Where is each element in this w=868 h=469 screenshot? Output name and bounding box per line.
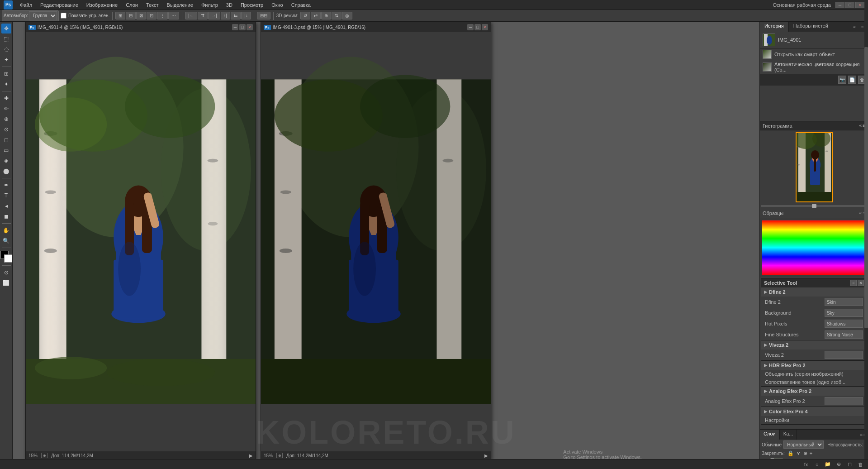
marquee-tool[interactable]: ⬚ xyxy=(1,34,11,44)
doc-canvas-1[interactable] xyxy=(26,32,256,451)
crop-tool[interactable]: ⊞ xyxy=(1,69,11,79)
color-spectrum[interactable] xyxy=(762,220,866,275)
hand-tool[interactable]: ✋ xyxy=(1,225,11,235)
st-section-title-dfine2[interactable]: ▶ Dfine 2 xyxy=(761,287,867,297)
histogram-tab[interactable]: Гистограмма xyxy=(763,123,792,129)
history-item-1[interactable]: Автоматическая цветовая коррекция (Со... xyxy=(760,60,868,74)
st-section-title-analog[interactable]: ▶ Analog Efex Pro 2 xyxy=(761,387,867,396)
menu-help[interactable]: Справка xyxy=(288,1,314,9)
dodge-tool[interactable]: ⬤ xyxy=(1,166,11,176)
background-color[interactable] xyxy=(4,254,12,263)
st-close[interactable]: × xyxy=(858,280,864,286)
history-create-doc[interactable]: 📄 xyxy=(848,76,856,84)
3d-rotate[interactable]: ↺ xyxy=(300,12,310,19)
st-minimize[interactable]: − xyxy=(850,280,857,286)
magic-wand-tool[interactable]: ✦ xyxy=(1,55,11,65)
auto-select-dropdown[interactable]: Группа Слой xyxy=(29,11,57,20)
color-swatches[interactable] xyxy=(0,251,12,263)
st-value-dfine2-1[interactable] xyxy=(825,309,863,317)
st-scrollbar-thumb[interactable] xyxy=(864,278,867,328)
distribute-left[interactable]: |← xyxy=(185,12,197,19)
st-value-dfine2-0[interactable] xyxy=(825,298,863,306)
st-value-dfine2-2[interactable] xyxy=(825,320,863,328)
align-left[interactable]: ⊞ xyxy=(115,12,125,19)
window-minimize[interactable]: ─ xyxy=(835,2,844,8)
st-value-viveza2-0[interactable] xyxy=(825,351,863,359)
distribute-top[interactable]: ↑| xyxy=(221,12,231,19)
auto-arrange[interactable]: ⊞⊟ xyxy=(257,12,270,19)
doc-close-2[interactable]: × xyxy=(482,24,488,30)
lock-move[interactable]: ⛛ xyxy=(796,450,801,456)
align-center-h[interactable]: ⋮ xyxy=(157,12,168,19)
panel-collapse-history[interactable]: « xyxy=(851,23,858,30)
shape-tool[interactable]: ◼ xyxy=(1,211,11,221)
align-center-v[interactable]: ⊟ xyxy=(126,12,136,19)
tab-layers[interactable]: Слои xyxy=(760,430,780,440)
3d-camera[interactable]: ◎ xyxy=(342,12,352,19)
select-path-tool[interactable]: ◂ xyxy=(1,201,11,211)
lasso-tool[interactable]: ◌ xyxy=(1,44,11,54)
bottom-icon-fx[interactable]: fx xyxy=(802,460,810,469)
menu-image[interactable]: Изображение xyxy=(83,1,121,9)
doc-zoom-btn-2[interactable]: ⊕ xyxy=(276,453,283,458)
eraser-tool[interactable]: ◻ xyxy=(1,135,11,145)
bottom-icon-circle[interactable]: ○ xyxy=(813,460,821,469)
bottom-icon-folder[interactable]: 📁 xyxy=(824,460,832,469)
align-bottom[interactable]: ⋯ xyxy=(168,12,179,19)
quick-mask-btn[interactable]: ⊙ xyxy=(1,268,11,278)
distribute-center-h[interactable]: ⇇ xyxy=(231,12,241,19)
menu-file[interactable]: Файл xyxy=(16,1,36,9)
samples-collapse[interactable]: « xyxy=(859,211,862,215)
bottom-icon-adj[interactable]: ⊕ xyxy=(835,460,843,469)
history-new-snap[interactable]: 📷 xyxy=(838,76,846,84)
align-right[interactable]: ⊠ xyxy=(136,12,146,19)
eyedropper-tool[interactable]: ✦ xyxy=(1,79,11,89)
lock-position[interactable]: + xyxy=(810,450,812,456)
menu-edit[interactable]: Редактирование xyxy=(37,1,82,9)
brush-tool[interactable]: ✏ xyxy=(1,104,11,114)
history-item-0[interactable]: Открыть как смарт-объект xyxy=(760,48,868,60)
menu-window[interactable]: Окно xyxy=(268,1,287,9)
layers-collapse[interactable]: « xyxy=(860,432,863,437)
distribute-right[interactable]: →| xyxy=(208,12,220,19)
thumb-slider[interactable] xyxy=(761,205,867,207)
align-top[interactable]: ⊡ xyxy=(147,12,157,19)
history-brush-tool[interactable]: ⊙ xyxy=(1,124,11,134)
menu-3d[interactable]: 3D xyxy=(223,1,236,9)
doc-min-1[interactable]: ─ xyxy=(232,24,238,30)
thumb-slider-handle[interactable] xyxy=(812,204,816,208)
st-section-title-viveza2[interactable]: ▶ Viveza 2 xyxy=(761,340,867,349)
doc-max-1[interactable]: □ xyxy=(239,24,246,30)
menu-text[interactable]: Текст xyxy=(142,1,162,9)
doc-nav-1[interactable]: ▶ xyxy=(249,453,253,458)
bottom-icon-mask[interactable]: ◻ xyxy=(845,460,854,469)
text-tool[interactable]: T xyxy=(1,191,11,201)
tab-history[interactable]: История xyxy=(760,22,789,32)
bottom-icon-trash[interactable]: 🗑 xyxy=(856,460,864,469)
blur-tool[interactable]: ◈ xyxy=(1,156,11,166)
doc-nav-2[interactable]: ▶ xyxy=(484,453,488,458)
doc-canvas-2[interactable] xyxy=(261,32,491,451)
menu-filter[interactable]: Фильтр xyxy=(198,1,222,9)
distribute-center-v[interactable]: ⇈ xyxy=(198,12,208,19)
main-thumbnail[interactable] xyxy=(796,132,833,202)
doc-zoom-btn-1[interactable]: ⊕ xyxy=(41,453,47,458)
zoom-tool[interactable]: 🔍 xyxy=(1,236,11,246)
gradient-tool[interactable]: ▭ xyxy=(1,145,11,155)
st-value-analog-0[interactable] xyxy=(825,397,863,405)
window-maximize[interactable]: □ xyxy=(845,2,854,8)
3d-move[interactable]: ⇅ xyxy=(332,12,342,19)
screen-mode-btn[interactable]: ⬜ xyxy=(1,278,11,288)
heal-tool[interactable]: ✚ xyxy=(1,93,11,103)
st-section-title-hdr[interactable]: ▶ HDR Efex Pro 2 xyxy=(761,361,867,370)
histogram-collapse[interactable]: « xyxy=(859,123,862,128)
doc-min-2[interactable]: ─ xyxy=(467,24,474,30)
tab-channels[interactable]: Ка... xyxy=(780,430,797,440)
lock-pixel[interactable]: ⊕ xyxy=(803,450,807,456)
st-scrollbar[interactable] xyxy=(864,278,867,428)
st-section-title-colorefex[interactable]: ▶ Color Efex Pro 4 xyxy=(761,407,867,416)
doc-close-1[interactable]: × xyxy=(247,24,253,30)
stamp-tool[interactable]: ⊕ xyxy=(1,114,11,124)
show-controls-checkbox[interactable] xyxy=(61,13,66,19)
st-value-dfine2-3[interactable] xyxy=(825,330,863,339)
